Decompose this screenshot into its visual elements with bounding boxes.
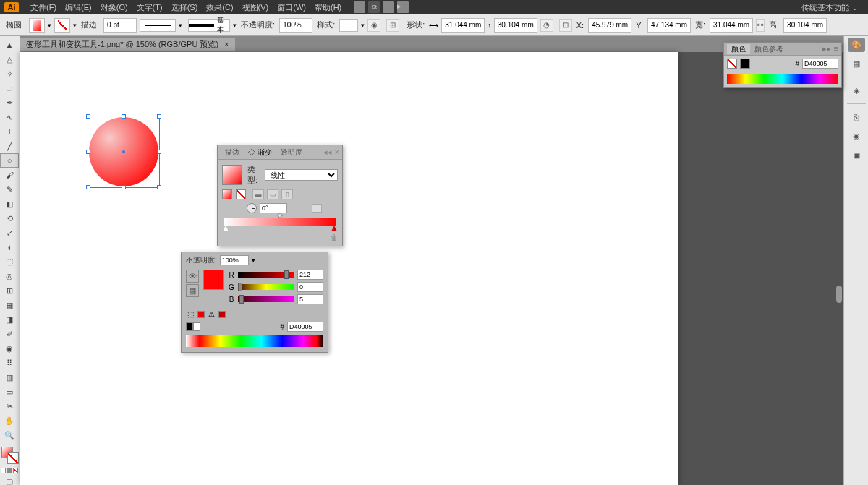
stock-icon[interactable]: St — [368, 1, 380, 13]
rotate-tool[interactable]: ⟲ — [0, 211, 19, 226]
stroke-along-icon[interactable]: ▭ — [267, 189, 278, 199]
direct-selection-tool[interactable]: △ — [0, 52, 19, 66]
handle-bot-right[interactable] — [157, 185, 161, 189]
shape-height-input[interactable] — [494, 18, 537, 33]
angle-input[interactable] — [260, 203, 287, 213]
selection-box[interactable] — [88, 116, 160, 188]
pen-tool[interactable]: ✒ — [0, 95, 19, 110]
menu-effect[interactable]: 效果(C) — [202, 2, 237, 13]
none-swatch[interactable] — [727, 59, 737, 69]
g-slider[interactable] — [238, 284, 294, 290]
r-slider[interactable] — [238, 272, 294, 278]
height-input[interactable] — [783, 18, 827, 33]
b-slider[interactable] — [238, 296, 294, 302]
hex-input[interactable] — [802, 59, 838, 69]
gradient-panel[interactable]: 描边 ◇ 渐变 透明度 ◂◂× 类型: 线性 ▬ ▭ ▯ — [217, 145, 343, 246]
handle-top-left[interactable] — [86, 114, 90, 119]
type-tool[interactable]: T — [0, 124, 19, 139]
perspective-tool[interactable]: ⊞ — [0, 283, 19, 298]
shape-width-input[interactable] — [441, 18, 485, 33]
opacity-input-2[interactable] — [220, 255, 249, 265]
panel-collapse-icon[interactable]: ▸▸ — [822, 44, 831, 53]
color-tab[interactable]: 颜色 — [727, 44, 750, 54]
current-color-swatch[interactable] — [203, 270, 224, 290]
stroke-within-icon[interactable]: ▬ — [252, 189, 264, 199]
transform-anchor-icon[interactable]: ⊡ — [559, 19, 572, 32]
scale-tool[interactable]: ⤢ — [0, 226, 19, 240]
stroke-tab[interactable]: 描边 — [221, 147, 244, 158]
handle-mid-right[interactable] — [157, 150, 161, 154]
handle-top-mid[interactable] — [122, 114, 126, 119]
workspace-switcher[interactable]: 传统基本功能⌄ — [796, 2, 864, 13]
link-icon[interactable]: ⚯ — [756, 19, 765, 32]
artboard-tool[interactable]: ▭ — [0, 385, 19, 399]
g-input[interactable] — [297, 282, 323, 292]
profile-dropdown[interactable] — [140, 19, 176, 32]
bridge-icon[interactable] — [354, 1, 365, 13]
lasso-tool[interactable]: ⊃ — [0, 81, 19, 95]
graphic-styles-icon[interactable]: ▣ — [849, 147, 864, 162]
panel-collapse-icon[interactable]: ◂◂ — [323, 147, 332, 157]
gradient-slider[interactable] — [224, 218, 336, 226]
grid-icon[interactable]: ▦ — [186, 284, 199, 297]
gradient-stop-right[interactable] — [331, 226, 337, 231]
menu-window[interactable]: 窗口(W) — [273, 2, 310, 13]
gradient-tab[interactable]: ◇ 渐变 — [244, 147, 276, 158]
brush-dropdown[interactable]: 基本 — [188, 19, 230, 32]
menu-object[interactable]: 对象(O) — [96, 2, 132, 13]
color-panel-icon[interactable]: 🎨 — [848, 38, 865, 52]
hex-input-2[interactable] — [287, 322, 323, 332]
layers-panel-icon[interactable]: ◈ — [849, 83, 864, 98]
line-tool[interactable]: ╱ — [0, 139, 19, 153]
ellipse-tool[interactable]: ○ — [0, 153, 19, 168]
shape-builder-tool[interactable]: ◎ — [0, 269, 19, 283]
width-tool[interactable]: ⫞ — [0, 240, 19, 254]
paintbrush-tool[interactable]: 🖌 — [0, 168, 19, 182]
handle-bot-left[interactable] — [86, 185, 90, 189]
vertical-scrollbar-thumb[interactable] — [836, 286, 842, 303]
appearance-panel-icon[interactable]: ◉ — [849, 129, 864, 143]
stroke-swatch[interactable] — [54, 18, 70, 33]
shaper-tool[interactable]: ✎ — [0, 182, 19, 197]
gradient-stroke-swatch[interactable] — [236, 189, 246, 199]
handle-top-right[interactable] — [157, 114, 161, 119]
graph-tool[interactable]: ▥ — [0, 370, 19, 385]
fill-swatch[interactable] — [29, 18, 45, 33]
gradient-stop-left[interactable] — [223, 226, 229, 231]
handle-bot-mid[interactable] — [122, 185, 126, 189]
gradient-type-dropdown[interactable]: 线性 — [265, 169, 338, 181]
black-swatch[interactable] — [740, 59, 750, 69]
web-safe-swatch[interactable] — [197, 311, 205, 318]
menu-select[interactable]: 选择(S) — [167, 2, 203, 13]
eraser-tool[interactable]: ◧ — [0, 197, 19, 211]
transparency-tab[interactable]: 透明度 — [276, 147, 307, 158]
slice-tool[interactable]: ✂ — [0, 399, 19, 413]
gradient-fill-swatch[interactable] — [222, 189, 232, 199]
panel-close-icon[interactable]: × — [335, 147, 339, 157]
out-of-gamut-icon[interactable]: ⚠ — [207, 309, 216, 319]
menu-view[interactable]: 视图(V) — [238, 2, 273, 13]
color-floating-panel[interactable]: 不透明度: ▾ 👁 ▦ R G B ⬚ ⚠ # — [181, 252, 328, 353]
free-transform-tool[interactable]: ⬚ — [0, 254, 19, 269]
menu-file[interactable]: 文件(F) — [26, 2, 61, 13]
angle-dial[interactable] — [247, 203, 257, 213]
artboard[interactable] — [20, 52, 678, 485]
hand-tool[interactable]: ✋ — [0, 413, 19, 428]
document-tab[interactable]: 变形工具和变换工具-1.png* @ 150% (RGB/GPU 预览) × — [20, 38, 235, 51]
color-spectrum-2[interactable] — [186, 335, 323, 347]
color-docked-panel[interactable]: 颜色 颜色参考 ▸▸≡ # — [723, 42, 842, 88]
pie-icon[interactable]: ◔ — [540, 19, 553, 32]
arrange-icon[interactable] — [383, 1, 394, 13]
mesh-tool[interactable]: ▦ — [0, 298, 19, 312]
handle-mid-left[interactable] — [86, 150, 90, 154]
eye-icon[interactable]: 👁 — [186, 270, 199, 283]
bw-swatches[interactable] — [186, 322, 200, 331]
gpu-icon[interactable]: ▸ — [397, 1, 409, 13]
center-point[interactable] — [122, 150, 125, 153]
menu-help[interactable]: 帮助(H) — [310, 2, 346, 13]
midpoint-diamond[interactable] — [277, 213, 283, 218]
align-icon[interactable]: ⊞ — [386, 19, 399, 32]
x-input[interactable] — [588, 18, 631, 33]
menu-type[interactable]: 文字(T) — [132, 2, 167, 13]
selection-tool[interactable]: ▲ — [0, 38, 19, 52]
